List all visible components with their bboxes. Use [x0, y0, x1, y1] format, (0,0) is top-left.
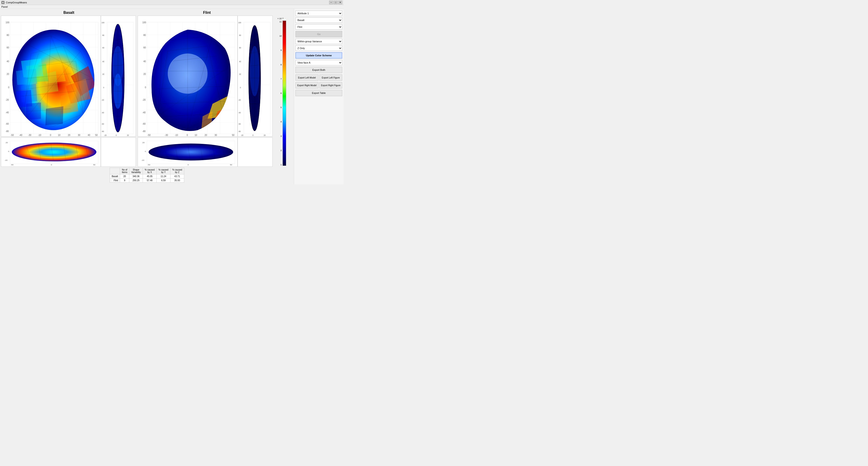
flint-causedbyz: 35.93	[170, 178, 184, 182]
col-noitems: No ofItems	[120, 168, 129, 174]
table-area: No ofItems ShapeVariability % causedby X…	[1, 167, 293, 183]
colorbar-gradient	[283, 21, 286, 166]
svg-text:-30: -30	[165, 134, 168, 137]
basalt-causedbyy: 11.24	[156, 174, 170, 178]
svg-text:-20: -20	[104, 134, 107, 137]
svg-text:-20: -20	[4, 159, 7, 161]
group1-select[interactable]: Basalt	[296, 18, 342, 23]
table-row-flint: Flint 9 250.25 57.48 6.59 35.93	[110, 178, 184, 182]
panel-menu[interactable]: Panel	[1, 5, 8, 8]
minimize-button[interactable]: ─	[329, 1, 333, 4]
svg-text:20: 20	[6, 73, 9, 75]
basalt-side-plot[interactable]: 100 80 60 40 20 0 -20 -40 -60 -80 -20 0 …	[101, 16, 136, 137]
col-causedbyy: % causedby Y	[156, 168, 170, 174]
attribute-select[interactable]: Attribute 1	[296, 11, 342, 16]
svg-text:20: 20	[143, 73, 146, 75]
svg-text:0: 0	[252, 134, 254, 137]
svg-text:20: 20	[264, 134, 266, 137]
flint-front-plot[interactable]: 100 80 60 40 20 0 -20 -40 -60 -80 -50 -3…	[138, 16, 238, 137]
svg-text:-80: -80	[101, 130, 104, 133]
plots-titles: Basalt Flint	[1, 10, 293, 16]
close-button[interactable]: ✕	[338, 1, 342, 4]
col-shapevariability: ShapeVariability	[129, 168, 143, 174]
svg-text:-60: -60	[143, 123, 146, 125]
svg-text:-20: -20	[6, 99, 9, 101]
svg-text:-40: -40	[19, 134, 22, 137]
window-title: CompGroupMeans	[6, 1, 27, 4]
svg-text:-60: -60	[101, 123, 104, 125]
update-color-scheme-button[interactable]: Update Color Scheme	[296, 52, 342, 59]
svg-text:0: 0	[8, 86, 9, 89]
export-left-model-button[interactable]: Export Left Model	[296, 75, 318, 81]
svg-text:80: 80	[239, 34, 241, 36]
svg-text:-60: -60	[6, 123, 9, 125]
svg-text:20: 20	[6, 141, 8, 143]
go-button[interactable]: Go	[296, 31, 342, 37]
axis-select[interactable]: Z Only	[296, 46, 342, 51]
basalt-bottom-plot[interactable]: 20 0 -20 -50 0 50	[1, 137, 101, 167]
svg-text:10: 10	[58, 134, 60, 137]
group2-select[interactable]: Flint	[296, 24, 342, 30]
svg-text:50: 50	[95, 134, 98, 137]
right-panel: Attribute 1 Basalt Flint Go Within-group…	[294, 9, 344, 184]
svg-text:-40: -40	[143, 111, 146, 114]
svg-text:0: 0	[116, 134, 117, 137]
flint-bottom-plot[interactable]: 20 0 -20 -50 0 50	[138, 137, 238, 167]
col-empty	[110, 168, 120, 174]
export-row-model-figure-right: Export Right Model Export Right Figure	[296, 82, 342, 88]
export-both-button[interactable]: Export Both	[296, 67, 342, 73]
svg-text:-20: -20	[143, 99, 146, 101]
variance-select[interactable]: Within-group Variance	[296, 39, 342, 44]
svg-text:50: 50	[232, 134, 235, 137]
title-bar: ■ CompGroupMeans ─ □ ✕	[0, 0, 344, 5]
export-table-button[interactable]: Export Table	[296, 90, 342, 96]
svg-text:0: 0	[187, 134, 188, 137]
svg-text:100: 100	[6, 21, 9, 24]
svg-text:60: 60	[102, 47, 104, 49]
basalt-front-plot[interactable]: 100 80 60 40 20 0 -20 -40 -60 -80 -50 -4…	[1, 16, 101, 137]
flint-side-plot[interactable]: 100 80 60 40 20 0 -20 -40 -60 -80 -20 0 …	[238, 16, 273, 137]
svg-text:40: 40	[102, 61, 104, 63]
svg-text:100: 100	[238, 22, 241, 24]
svg-text:40: 40	[88, 134, 90, 137]
svg-text:20: 20	[127, 134, 129, 137]
export-right-model-button[interactable]: Export Right Model	[296, 82, 318, 88]
svg-text:20: 20	[205, 134, 207, 137]
export-right-figure-button[interactable]: Export Right Figure	[319, 82, 342, 88]
svg-text:60: 60	[6, 47, 9, 49]
svg-text:100: 100	[143, 21, 146, 24]
svg-text:20: 20	[239, 73, 241, 75]
view-face-select[interactable]: View face A	[296, 60, 342, 65]
flint-side-bottom-plot[interactable]	[238, 137, 273, 167]
app-icon: ■	[1, 1, 4, 4]
svg-text:20: 20	[102, 73, 104, 75]
colorbar-labels: 11 10 9 8 7 6 5 4 3 2 1	[279, 21, 282, 166]
svg-text:60: 60	[143, 47, 146, 49]
table-row-basalt: Basalt 20 340.36 45.05 11.24 43.71	[110, 174, 184, 178]
basalt-side-bottom-plot[interactable]	[101, 137, 136, 167]
flint-row-label: Flint	[110, 178, 120, 182]
svg-text:-20: -20	[238, 99, 241, 101]
colorbar-title: × 10⁻⁴	[278, 17, 288, 20]
svg-text:0: 0	[240, 86, 241, 89]
svg-text:50: 50	[93, 164, 95, 166]
svg-text:50: 50	[230, 164, 232, 166]
flint-causedbyx: 57.48	[143, 178, 157, 182]
svg-text:30: 30	[215, 134, 217, 137]
flint-noitems: 9	[120, 178, 129, 182]
svg-text:-40: -40	[238, 112, 241, 114]
svg-text:-40: -40	[101, 112, 104, 114]
svg-text:-20: -20	[141, 159, 144, 161]
svg-text:60: 60	[239, 47, 241, 49]
flint-shapevariability: 250.25	[129, 178, 143, 182]
basalt-shapevariability: 340.36	[129, 174, 143, 178]
svg-text:20: 20	[143, 141, 145, 143]
svg-text:-80: -80	[238, 130, 241, 133]
maximize-button[interactable]: □	[334, 1, 338, 4]
export-left-figure-button[interactable]: Export Left Figure	[319, 75, 342, 81]
svg-text:-20: -20	[101, 99, 104, 101]
svg-text:0: 0	[103, 86, 104, 89]
svg-text:-80: -80	[6, 130, 9, 133]
main-content: Basalt Flint 100 80 60 40 20 0 -	[0, 9, 344, 184]
svg-text:40: 40	[6, 60, 9, 63]
